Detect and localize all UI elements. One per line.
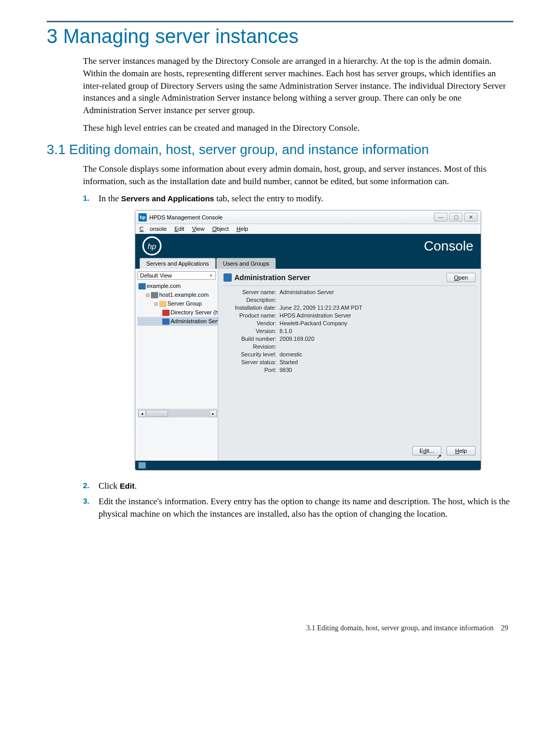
intro-paragraph-2: These high level entries can be created … bbox=[83, 122, 513, 134]
prop-v: domestic bbox=[279, 351, 475, 357]
step-2-post: . bbox=[134, 481, 136, 491]
prop-v: 8.1.0 bbox=[279, 328, 475, 334]
maximize-button[interactable]: ▢ bbox=[449, 213, 463, 222]
scrollbar-thumb[interactable] bbox=[146, 410, 168, 417]
open-button[interactable]: Open bbox=[446, 273, 475, 282]
tree-admin-label: Administration Server bbox=[171, 318, 218, 324]
step-number: 2. bbox=[83, 480, 99, 492]
section-heading: 3.1 Editing domain, host, server group, … bbox=[47, 142, 513, 158]
step-number: 3. bbox=[83, 495, 99, 520]
prop-k: Version: bbox=[227, 328, 279, 334]
prop-k: Security level: bbox=[227, 351, 279, 357]
prop-k: Installation date: bbox=[227, 305, 279, 311]
admin-server-icon bbox=[162, 319, 170, 325]
step-1: 1. In the Servers and Applications tab, … bbox=[83, 192, 513, 205]
tree-group-label: Server Group bbox=[167, 300, 202, 307]
menu-bar: Console Edit View Object Help bbox=[135, 224, 481, 234]
status-bar bbox=[135, 461, 481, 470]
page-number: 29 bbox=[501, 624, 508, 632]
scroll-left-button[interactable]: ◂ bbox=[138, 410, 146, 417]
hp-logo-icon: hp bbox=[139, 234, 164, 257]
tree-server-group[interactable]: ⊟Server Group bbox=[137, 299, 218, 308]
prop-v: 2009.169.020 bbox=[279, 336, 475, 342]
footer-text: 3.1 Editing domain, host, server group, … bbox=[306, 624, 494, 632]
detail-title: Administration Server bbox=[234, 273, 310, 282]
prop-v: Hewlett-Packard Company bbox=[279, 320, 475, 326]
properties-grid: Server name:Administration Server Descri… bbox=[227, 289, 475, 373]
help-button[interactable]: Help bbox=[446, 446, 475, 455]
console-brand-label: Console bbox=[424, 238, 473, 254]
tree-admin-server[interactable]: Administration Server bbox=[137, 317, 218, 326]
step-2: 2. Click Edit. bbox=[83, 480, 513, 492]
svg-text:hp: hp bbox=[148, 242, 157, 251]
tree-scrollbar[interactable]: ◂ ▸ bbox=[137, 409, 218, 418]
tree-host-label: host1.example.com bbox=[159, 292, 208, 298]
prop-k: Server status: bbox=[227, 359, 279, 365]
prop-v: June 22, 2009 11:21:23 AM PDT bbox=[279, 305, 475, 311]
edit-button[interactable]: Edit... bbox=[412, 446, 441, 455]
prop-v bbox=[279, 297, 475, 303]
tree-domain[interactable]: example.com bbox=[137, 282, 218, 291]
tree-directory-server[interactable]: Directory Server (host1 bbox=[137, 308, 218, 317]
step-2-pre: Click bbox=[99, 481, 120, 491]
window-title: HPDS Management Console bbox=[149, 214, 222, 220]
step-1-post: tab, select the entry to modify. bbox=[214, 194, 323, 203]
expander-icon[interactable]: ⊟ bbox=[154, 301, 158, 307]
step-text: Click Edit. bbox=[99, 480, 137, 492]
menu-console[interactable]: Console bbox=[139, 226, 166, 232]
host-icon bbox=[151, 292, 158, 298]
section-paragraph: The Console displays some information ab… bbox=[83, 163, 513, 188]
status-icon bbox=[138, 462, 146, 468]
directory-server-icon bbox=[162, 310, 170, 316]
tab-users-groups[interactable]: Users and Groups bbox=[216, 258, 276, 269]
prop-v: Administration Server bbox=[279, 289, 475, 295]
scrollbar-track[interactable] bbox=[146, 410, 209, 417]
window-titlebar[interactable]: hp HPDS Management Console — ▢ ✕ bbox=[135, 211, 481, 224]
menu-view[interactable]: View bbox=[192, 226, 204, 232]
tree-host[interactable]: ⊟host1.example.com bbox=[137, 291, 218, 299]
prop-v: 9830 bbox=[279, 367, 475, 373]
prop-v: HPDS Administration Server bbox=[279, 312, 475, 319]
step-3: 3. Edit the instance's information. Ever… bbox=[83, 495, 513, 520]
tree-domain-label: example.com bbox=[147, 283, 180, 289]
prop-k: Revision: bbox=[227, 343, 279, 350]
step-text: In the Servers and Applications tab, sel… bbox=[99, 192, 323, 205]
app-icon: hp bbox=[138, 213, 147, 222]
detail-panel: Administration Server Open Server name:A… bbox=[218, 269, 481, 461]
tree-sidebar: Default View ▼ example.com ⊟host1.exampl… bbox=[135, 269, 218, 461]
tab-row: Servers and Applications Users and Group… bbox=[135, 258, 481, 269]
tree-ds-label: Directory Server (host1 bbox=[171, 309, 218, 315]
step-number: 1. bbox=[83, 192, 99, 205]
view-selector[interactable]: Default View ▼ bbox=[137, 271, 216, 280]
close-button[interactable]: ✕ bbox=[464, 213, 478, 222]
brand-row: hp Console bbox=[135, 234, 481, 258]
prop-k: Port: bbox=[227, 367, 279, 373]
intro-paragraph-1: The server instances managed by the Dire… bbox=[83, 55, 513, 117]
tab-servers-applications[interactable]: Servers and Applications bbox=[139, 258, 216, 269]
prop-k: Product name: bbox=[227, 312, 279, 319]
prop-k: Server name: bbox=[227, 289, 279, 295]
prop-k: Vendor: bbox=[227, 320, 279, 326]
domain-icon bbox=[138, 283, 146, 289]
minimize-button[interactable]: — bbox=[434, 213, 447, 222]
page-footer: 3.1 Editing domain, host, server group, … bbox=[47, 624, 513, 632]
view-selector-value: Default View bbox=[140, 272, 172, 279]
scroll-right-button[interactable]: ▸ bbox=[209, 410, 217, 417]
menu-edit[interactable]: Edit bbox=[174, 226, 184, 232]
chevron-down-icon: ▼ bbox=[209, 273, 213, 278]
folder-icon bbox=[159, 301, 166, 307]
step-1-bold: Servers and Applications bbox=[121, 194, 214, 203]
chapter-heading: 3 Managing server instances bbox=[47, 25, 513, 48]
work-area: Default View ▼ example.com ⊟host1.exampl… bbox=[135, 269, 481, 461]
navigation-tree[interactable]: example.com ⊟host1.example.com ⊟Server G… bbox=[137, 282, 218, 326]
prop-k: Description: bbox=[227, 297, 279, 303]
top-rule bbox=[47, 21, 513, 22]
step-2-bold: Edit bbox=[120, 481, 134, 490]
menu-object[interactable]: Object bbox=[212, 226, 229, 232]
step-text: Edit the instance's information. Every e… bbox=[99, 495, 513, 520]
menu-help[interactable]: Help bbox=[236, 226, 248, 232]
step-1-pre: In the bbox=[99, 194, 121, 203]
console-window: hp HPDS Management Console — ▢ ✕ Console… bbox=[135, 210, 481, 471]
prop-v bbox=[279, 343, 475, 350]
expander-icon[interactable]: ⊟ bbox=[146, 293, 150, 298]
